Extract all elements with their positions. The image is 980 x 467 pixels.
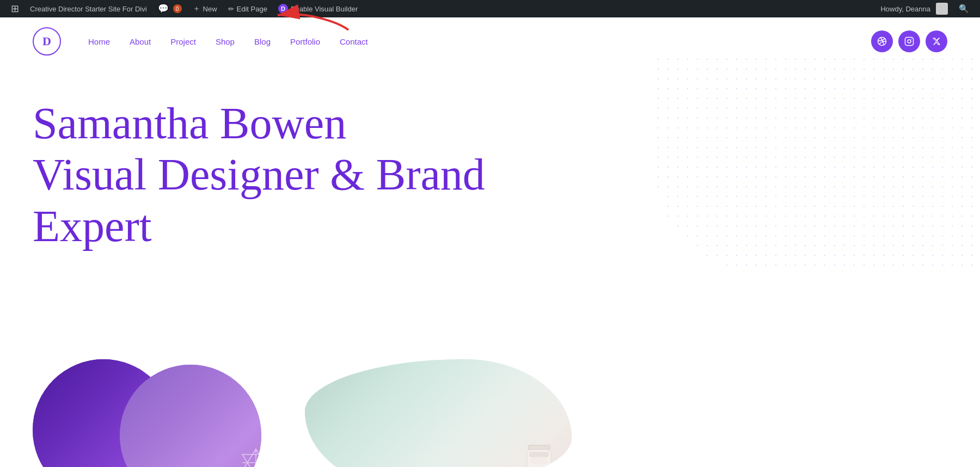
hero-section: Samantha Bowen Visual Designer & Brand E… [0,65,980,337]
site-name-text: Creative Director Starter Site For Divi [30,5,147,13]
comments-button[interactable]: 💬 0 [152,0,187,17]
x-twitter-button[interactable] [926,30,947,52]
nav-shop[interactable]: Shop [216,37,235,46]
x-twitter-icon [932,37,941,46]
nav-contact[interactable]: Contact [340,37,368,46]
svg-point-12 [530,456,548,465]
site-name-button[interactable]: Creative Director Starter Site For Divi [24,0,152,17]
admin-bar: ⊞ Creative Director Starter Site For Div… [0,0,980,17]
hero-line-3: Expert [33,201,152,251]
visual-builder-label: Enable Visual Builder [291,5,358,13]
howdy-button[interactable]: Howdy, Deanna [875,0,953,17]
admin-bar-right: Howdy, Deanna 🔍 [875,0,975,17]
search-icon: 🔍 [959,4,969,14]
plus-icon: ＋ [193,4,200,14]
pencil-icon: ✏ [228,5,234,13]
dribbble-button[interactable] [871,30,893,52]
avatar-icon [936,3,948,15]
hero-line-1: Samantha Bowen [33,99,346,148]
portfolio-item-jar [305,359,572,467]
blob-decoration [305,359,572,467]
wordpress-logo-button[interactable]: ⊞ [5,0,24,17]
comments-icon: 💬 [158,4,169,13]
portfolio-item-purple [33,359,289,467]
dribbble-icon [877,36,887,46]
nav-about[interactable]: About [130,37,151,46]
svg-rect-2 [905,38,914,46]
portfolio-preview [0,337,980,467]
wordpress-icon: ⊞ [11,3,19,15]
instagram-icon [904,36,914,46]
howdy-label: Howdy, Deanna [880,5,930,13]
new-label: New [203,5,217,13]
instagram-button[interactable] [898,30,920,52]
nav-project[interactable]: Project [170,37,196,46]
svg-point-4 [911,39,912,40]
visual-builder-button[interactable]: D Enable Visual Builder [273,0,363,17]
comments-count: 0 [173,4,182,13]
hero-line-2: Visual Designer & Brand [33,150,485,199]
new-button[interactable]: ＋ New [187,0,223,17]
nav-portfolio[interactable]: Portfolio [290,37,320,46]
search-button[interactable]: 🔍 [953,0,975,17]
svg-point-3 [908,40,911,43]
dot-pattern-decoration [653,54,980,272]
edit-page-button[interactable]: ✏ Edit Page [223,0,273,17]
site-logo[interactable]: D [33,27,61,56]
svg-rect-9 [528,445,550,450]
edit-page-label: Edit Page [237,5,267,13]
nav-blog[interactable]: Blog [254,37,271,46]
jar-icon [517,441,561,467]
hero-title: Samantha Bowen Visual Designer & Brand E… [33,98,523,252]
header-social [871,30,947,52]
nav-home[interactable]: Home [88,37,110,46]
divi-icon: D [278,4,288,14]
geometric-icon [240,446,272,467]
main-nav: Home About Project Shop Blog Portfolio C… [88,37,368,46]
logo-letter: D [42,34,51,48]
